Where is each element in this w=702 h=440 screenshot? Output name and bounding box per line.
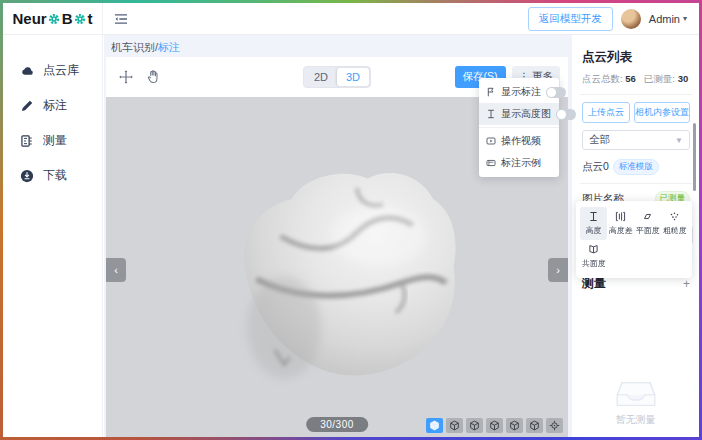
menu-divider [479, 127, 559, 128]
app-logo: NeurBt [3, 3, 103, 35]
breadcrumb-parent[interactable]: 机车识别 [111, 41, 155, 53]
sidebar-item-label: 点云库 [43, 62, 79, 79]
cube-right-icon [509, 420, 520, 431]
panel-title: 点云列表 [582, 49, 690, 66]
example-icon [486, 158, 496, 168]
viewer-card: 2D 3D 保存(S) ⋮ 更多 显示标注 显示高度图 [106, 57, 568, 437]
video-icon [486, 136, 496, 146]
view-top-button[interactable] [526, 418, 543, 433]
main-content: 机车识别/标注 2D 3D 保存(S) [104, 35, 572, 437]
move-icon[interactable] [118, 69, 134, 85]
sidebar: 点云库 标注 测量 下载 [3, 35, 103, 437]
sidebar-item-pointcloud-library[interactable]: 点云库 [3, 53, 102, 88]
sidebar-item-label: 测量 [43, 132, 67, 149]
view-orientation-buttons [426, 418, 563, 433]
view-iso-button[interactable] [426, 418, 443, 433]
stat-label: 点云总数: [582, 73, 623, 84]
tool-height-diff[interactable]: 高度差 [607, 207, 634, 240]
coplanarity-icon [588, 244, 599, 255]
tool-label: 高度 [586, 225, 602, 236]
roughness-icon [669, 211, 680, 222]
menu-item-label: 操作视频 [501, 134, 552, 148]
image-pager: 30/300 [306, 417, 368, 432]
locate-icon [549, 420, 560, 431]
tool-flatness[interactable]: 平面度 [634, 207, 661, 240]
divider [580, 94, 692, 95]
logo-text: B [62, 10, 73, 27]
tool-coplanarity[interactable]: 共面度 [580, 240, 607, 273]
pointcloud-item[interactable]: 点云0 标准模版 [582, 159, 690, 175]
breadcrumb: 机车识别/标注 [111, 40, 180, 55]
user-menu[interactable]: Admin ▾ [649, 13, 687, 25]
view-left-button[interactable] [486, 418, 503, 433]
tool-label: 平面度 [636, 225, 659, 236]
mode-3d-button[interactable]: 3D [337, 68, 369, 86]
measure-tool-palette: 高度 高度差 平面度 粗糙度 共面度 [576, 201, 692, 278]
menu-item-label: 显示高度图 [501, 107, 551, 121]
next-image-button[interactable]: › [548, 258, 568, 282]
sidebar-item-measure[interactable]: 测量 [3, 123, 102, 158]
stat-value: 56 [625, 73, 636, 84]
camera-params-button[interactable]: 相机内参设置 [634, 102, 690, 123]
prev-image-button[interactable]: ‹ [106, 258, 126, 282]
tooth-model[interactable] [219, 141, 461, 393]
gear-icon [48, 13, 60, 25]
reset-view-button[interactable] [546, 418, 563, 433]
menu-item-annotation-example[interactable]: 标注示例 [479, 152, 559, 174]
filter-select-value: 全部 [589, 133, 610, 147]
top-navbar: NeurBt 返回模型开发 Admin ▾ [3, 3, 699, 35]
download-icon [20, 169, 34, 183]
filter-select[interactable]: 全部 ▼ [582, 130, 690, 150]
chevron-down-icon: ▼ [675, 136, 683, 145]
tool-label: 粗糙度 [663, 225, 686, 236]
sidebar-item-annotate[interactable]: 标注 [3, 88, 102, 123]
height-icon [486, 109, 496, 119]
ruler-icon [20, 134, 34, 148]
mode-2d-button[interactable]: 2D [305, 68, 337, 86]
add-measurement-button[interactable]: + [683, 279, 690, 289]
sidebar-item-label: 标注 [43, 97, 67, 114]
logo-text: t [88, 10, 93, 27]
cube-top-icon [529, 420, 540, 431]
view-back-button[interactable] [466, 418, 483, 433]
hand-icon[interactable] [146, 69, 161, 85]
app-window: NeurBt 返回模型开发 Admin ▾ 点云库 标注 测量 [3, 3, 699, 437]
stat-label: 已测量: [644, 73, 675, 84]
user-name: Admin [649, 13, 680, 25]
view-front-button[interactable] [446, 418, 463, 433]
template-tag: 标准模版 [613, 159, 659, 175]
view-mode-segment: 2D 3D [303, 66, 371, 88]
empty-state-text: 暂无测量 [616, 413, 656, 427]
tool-roughness[interactable]: 粗糙度 [661, 207, 688, 240]
view-right-button[interactable] [506, 418, 523, 433]
menu-item-show-heightmap[interactable]: 显示高度图 [479, 103, 559, 125]
tool-height[interactable]: 高度 [580, 207, 607, 240]
breadcrumb-current: 标注 [158, 41, 180, 53]
empty-box-icon [615, 378, 657, 410]
pen-icon [20, 99, 34, 113]
stat-value: 30 [678, 73, 689, 84]
show-heightmap-toggle[interactable] [556, 109, 576, 120]
menu-item-show-annotations[interactable]: 显示标注 [479, 81, 559, 103]
avatar[interactable] [621, 9, 641, 29]
cube-back-icon [469, 420, 480, 431]
sidebar-item-download[interactable]: 下载 [3, 158, 102, 193]
pointcloud-name: 点云0 [582, 160, 609, 174]
show-annotations-toggle[interactable] [546, 87, 566, 98]
cube-front-icon [449, 420, 460, 431]
collapse-menu-icon[interactable] [114, 13, 128, 25]
height-tool-icon [588, 211, 599, 222]
cube-iso-icon [429, 420, 440, 431]
flatness-icon [642, 211, 653, 222]
sidebar-item-label: 下载 [43, 167, 67, 184]
menu-item-label: 显示标注 [501, 85, 541, 99]
pointcloud-panel: 点云列表 点云总数: 56 已测量: 30 上传点云 相机内参设置 全部 ▼ 点… [572, 35, 699, 437]
panel-scrollbar[interactable] [693, 123, 696, 191]
flag-icon [486, 87, 496, 97]
gear-icon [74, 13, 86, 25]
chevron-down-icon: ▾ [683, 14, 687, 23]
logo-text: Neur [12, 10, 46, 27]
menu-item-tutorial-video[interactable]: 操作视频 [479, 130, 559, 152]
upload-pointcloud-button[interactable]: 上传点云 [582, 102, 630, 123]
back-to-model-dev-button[interactable]: 返回模型开发 [528, 7, 613, 31]
